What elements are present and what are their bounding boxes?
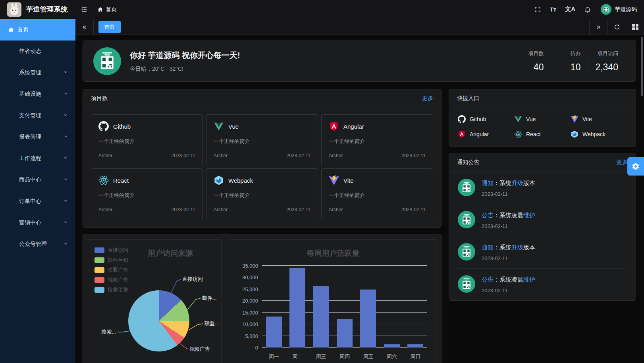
notice-item-4[interactable]: 公告：系统凌晨维护2023-02-11 [457,268,628,300]
sidebar-item-4[interactable]: 基础设施 [0,83,75,105]
header-actions: Tт 文A 芋道源码 [532,3,637,15]
sidebar-item-3[interactable]: 系统管理 [0,62,75,83]
tab-首页[interactable]: 首页 [98,21,121,33]
notice-title-link[interactable]: 升级 [511,180,523,186]
sidebar-item-11[interactable]: 公众号管理 [0,234,75,255]
project-tile-angular[interactable]: Angular一个正经的简介Archer2023-02-11 [321,114,433,165]
shortcut-vue[interactable]: Vue [514,115,571,123]
notice-title-link[interactable]: 公告 [482,212,494,218]
sidebar-item-label: 公众号管理 [19,241,47,248]
bar-周一[interactable] [266,317,282,348]
welcome-banner: 你好 芋道源码 祝你开心每一天! 今日晴，20°C - 32°C! 项目数40待… [83,41,636,82]
bar-y-tick-label: 5,000 [234,333,258,339]
shortcut-label: Github [470,116,486,122]
user-menu[interactable]: 芋道源码 [601,4,637,15]
stat-label: 项目数 [521,50,544,57]
tabs-collapse-right-icon[interactable]: » [589,19,607,35]
charts-card: 直接访问邮件营销联盟广告视频广告搜索引擎 用户访问来源 直接访问邮件...联盟.… [83,234,442,363]
projects-more-link[interactable]: 更多 [422,95,433,102]
shortcuts-card: 快捷入口 GithubVueViteAngularReactWebpack [449,89,636,147]
shortcut-react[interactable]: React [514,130,571,138]
layout-grid-icon[interactable] [626,19,644,35]
project-tile-vite[interactable]: Vite一个正经的简介Archer2023-02-11 [321,168,433,219]
bar-plot-area: 05,00010,00015,00020,00025,00030,00035,0… [262,266,427,348]
refresh-icon[interactable] [607,19,626,35]
bar-series [262,266,427,348]
bar-周二[interactable] [289,268,305,348]
shortcut-webpack[interactable]: Webpack [571,130,627,138]
notice-item-2[interactable]: 公告：系统凌晨维护2023-02-11 [457,204,628,236]
breadcrumb[interactable]: 首页 [97,6,117,13]
locale-icon[interactable]: 文A [563,3,578,15]
projects-grid: Github一个正经的简介Archer2023-02-11Vue一个正经的简介A… [83,108,441,227]
project-footer: Archer2023-02-11 [214,153,310,158]
project-desc: 一个正经的简介 [98,138,195,145]
sidebar-item-5[interactable]: 支付管理 [0,105,75,126]
notice-title: 通知：系统升级版本 [482,180,535,187]
shortcut-github[interactable]: Github [458,115,514,123]
settings-gear-icon[interactable] [627,157,644,176]
bar-周日[interactable] [407,344,423,348]
bar-周三[interactable] [313,286,329,348]
project-tile-react[interactable]: React一个正经的简介Archer2023-02-11 [91,168,203,219]
project-desc: 一个正经的简介 [214,138,310,145]
menu-fold-icon[interactable] [78,4,90,15]
notice-title-link[interactable]: 维护 [523,212,535,218]
tabs-collapse-left-icon[interactable]: « [75,19,94,35]
notice-item-1[interactable]: 通知：系统升级版本2023-02-11 [457,172,628,204]
project-author: Archer [214,153,228,158]
notices-more-link[interactable]: 更多 [617,159,628,166]
project-tile-github[interactable]: Github一个正经的简介Archer2023-02-11 [91,114,203,165]
fullscreen-icon[interactable] [532,4,544,15]
stat-label: 待办 [558,50,580,57]
notice-body: 公告：系统凌晨维护2023-02-11 [482,275,535,293]
notification-bell-icon[interactable] [582,4,594,15]
notice-title-link[interactable]: 维护 [523,276,535,283]
pie-leader-line [187,298,201,310]
scrollbar-thumb[interactable] [641,37,643,96]
stat-value: 10 [558,62,580,73]
project-tile-vue[interactable]: Vue一个正经的简介Archer2023-02-11 [206,114,318,165]
notice-title-link[interactable]: 通知 [482,180,494,186]
pie-chart-visit-source: 直接访问邮件营销联盟广告视频广告搜索引擎 用户访问来源 直接访问邮件...联盟.… [88,239,222,363]
sidebar-item-label: 商品中心 [19,176,41,183]
bar-y-tick-label: 35,000 [234,263,258,269]
bar-周六[interactable] [384,344,400,348]
project-tile-webpack[interactable]: Webpack一个正经的简介Archer2023-02-11 [206,168,318,219]
bar-slot-周六 [380,266,403,348]
project-tile-header: Angular [329,121,426,131]
bar-slot-周四 [333,266,356,348]
bar-周四[interactable] [337,319,353,348]
shortcut-angular[interactable]: Angular [458,130,514,138]
notice-title-link[interactable]: 公告 [482,276,494,283]
notice-title-link[interactable]: 通知 [482,244,494,251]
sidebar-item-6[interactable]: 报表管理 [0,126,75,148]
sidebar-item-7[interactable]: 工作流程 [0,148,75,169]
sidebar-item-8[interactable]: 商品中心 [0,169,75,191]
sidebar-item-10[interactable]: 营销中心 [0,212,75,234]
sidebar-item-9[interactable]: 订单中心 [0,191,75,212]
project-footer: Archer2023-02-11 [98,153,195,158]
project-date: 2023-02-11 [287,153,311,158]
notice-item-3[interactable]: 通知：系统升级版本2023-02-11 [457,236,628,268]
project-date: 2023-02-11 [287,207,311,212]
notice-title-link[interactable]: 升级 [511,244,523,251]
home-icon [97,6,103,12]
welcome-greeting: 你好 芋道源码 祝你开心每一天! [130,50,240,61]
bar-y-tick-label: 15,000 [234,309,258,315]
user-qr-avatar [601,4,611,15]
sidebar-item-2[interactable]: 作者动态 [0,41,75,62]
bar-周五[interactable] [360,290,376,348]
stat-2: 待办10 [551,50,588,73]
sidebar-item-1[interactable]: 首页 [0,19,75,41]
shortcut-vite[interactable]: Vite [571,115,627,123]
font-size-icon[interactable]: Tт [548,4,559,15]
pie-callouts: 直接访问邮件...联盟...视频广告搜索... [88,239,222,363]
notice-qr-avatar [458,211,475,228]
bar-y-tick-label: 0 [234,345,258,351]
notice-body: 公告：系统凌晨维护2023-02-11 [482,211,535,229]
sidebar-item-label: 工作流程 [19,155,41,162]
notice-date: 2023-02-11 [482,255,535,261]
bar-x-label: 周一 [262,353,285,360]
notice-title-text: 版本 [523,180,535,186]
